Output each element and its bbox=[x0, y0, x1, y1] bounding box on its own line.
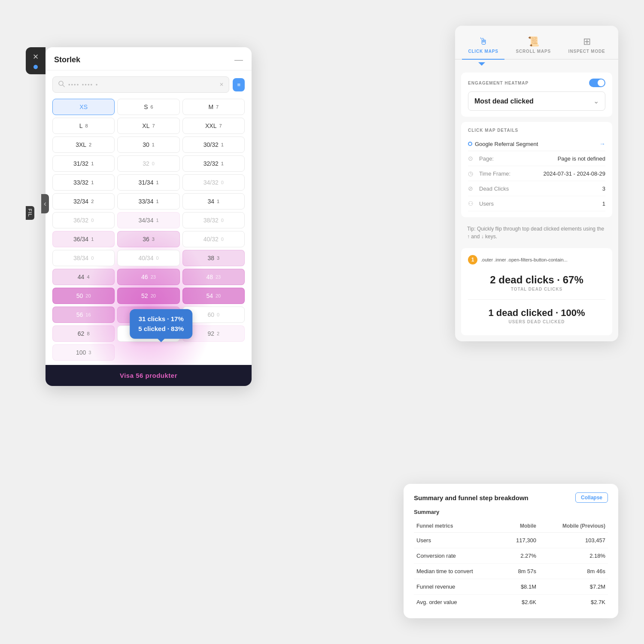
size-label: XS bbox=[79, 103, 88, 110]
size-cell[interactable]: 4623 bbox=[117, 269, 179, 285]
size-cell[interactable]: 363 bbox=[117, 231, 179, 247]
size-cell[interactable]: 30/321 bbox=[182, 137, 245, 153]
table-cell: $7.2M bbox=[539, 579, 608, 595]
size-cell[interactable]: 383 bbox=[182, 250, 245, 266]
search-row: •••• •••• • ✕ ≡ bbox=[46, 70, 252, 99]
table-row: Avg. order value$2.6K$2.7K bbox=[414, 595, 608, 610]
size-cell[interactable]: 628 bbox=[52, 325, 115, 342]
size-cell[interactable]: 4823 bbox=[182, 269, 245, 285]
size-cell[interactable]: M7 bbox=[182, 99, 245, 115]
size-cell[interactable]: 33/321 bbox=[52, 174, 115, 191]
panel-footer[interactable]: Visa 56 produkter bbox=[46, 365, 252, 386]
size-cell[interactable]: S6 bbox=[117, 99, 179, 115]
size-cell[interactable]: XS bbox=[52, 99, 115, 115]
size-count: 3 bbox=[217, 255, 219, 261]
detail-key: Users bbox=[479, 200, 602, 207]
size-label: 32/34 bbox=[73, 198, 88, 205]
size-cell[interactable]: 40/340 bbox=[117, 250, 179, 266]
dc-divider bbox=[468, 299, 605, 300]
minimize-button[interactable]: — bbox=[234, 55, 243, 65]
size-cell[interactable]: 34/341 bbox=[117, 212, 179, 228]
size-cell[interactable]: 5020 bbox=[52, 288, 115, 304]
dc-users-stat-row: 1 dead clicked · 100% USERS DEAD CLICKED bbox=[468, 303, 605, 328]
size-cell[interactable]: 341 bbox=[182, 193, 245, 210]
size-cell[interactable]: 38/340 bbox=[52, 250, 115, 266]
size-label: XL bbox=[142, 122, 149, 129]
search-clear-icon[interactable]: ✕ bbox=[219, 82, 224, 88]
side-arrow-left[interactable]: ‹ bbox=[41, 194, 49, 213]
size-cell[interactable]: 444 bbox=[52, 269, 115, 285]
detail-value: 2024-07-31 - 2024-08-29 bbox=[543, 170, 605, 177]
size-label: S bbox=[144, 103, 148, 110]
engagement-toggle[interactable] bbox=[589, 79, 605, 87]
tab-indicator bbox=[478, 62, 485, 66]
size-cell[interactable]: 34/320 bbox=[182, 174, 245, 191]
size-cell[interactable]: 1003 bbox=[52, 344, 115, 361]
size-count: 1 bbox=[156, 218, 158, 223]
size-cell[interactable]: 3XL2 bbox=[52, 137, 115, 153]
size-label: 62 bbox=[78, 330, 85, 337]
size-cell[interactable]: 320 bbox=[117, 155, 179, 172]
size-cell[interactable]: 33/341 bbox=[117, 193, 179, 210]
dc-sub-label: TOTAL DEAD CLICKS bbox=[468, 287, 605, 292]
filter-button[interactable]: ≡ bbox=[233, 78, 245, 91]
size-cell[interactable]: 5420 bbox=[182, 288, 245, 304]
bp-summary-label: Summary bbox=[414, 509, 608, 515]
size-count: 1 bbox=[152, 142, 155, 147]
detail-row: ◷ Time Frame: 2024-07-31 - 2024-08-29 bbox=[468, 166, 605, 181]
collapse-button[interactable]: Collapse bbox=[575, 492, 608, 503]
size-label: 32 bbox=[143, 160, 149, 167]
segment-dot-icon bbox=[468, 142, 472, 146]
size-count: 2 bbox=[89, 142, 91, 147]
table-cell: $2.7K bbox=[539, 595, 608, 610]
table-cell: Conversion rate bbox=[414, 548, 502, 564]
tab-scroll-maps[interactable]: 📜 SCROLL MAPS bbox=[510, 33, 557, 59]
size-count: 2 bbox=[91, 199, 94, 204]
size-count: 20 bbox=[216, 293, 221, 298]
detail-rows: ⊙ Page: Page is not defined ◷ Time Frame… bbox=[468, 151, 605, 211]
tab-inspect-mode[interactable]: ⊞ INSPECT MODE bbox=[562, 33, 611, 59]
chevron-down-icon: ⌄ bbox=[593, 97, 599, 105]
size-cell[interactable]: 32/342 bbox=[52, 193, 115, 210]
tab-click-maps[interactable]: 🖱 CLICK MAPS bbox=[462, 33, 504, 59]
size-cell[interactable]: XL7 bbox=[117, 118, 179, 134]
table-cell: 2.27% bbox=[502, 548, 539, 564]
size-cell[interactable]: 38/320 bbox=[182, 212, 245, 228]
size-count: 0 bbox=[156, 255, 158, 261]
table-row: Conversion rate2.27%2.18% bbox=[414, 548, 608, 564]
size-label: 3XL bbox=[76, 141, 86, 148]
size-cell[interactable]: XXL7 bbox=[182, 118, 245, 134]
engagement-section: ENGAGEMENT HEATMAP Most dead clicked ⌄ bbox=[461, 73, 612, 117]
size-cell[interactable]: 32/321 bbox=[182, 155, 245, 172]
table-cell: 8m 57s bbox=[502, 564, 539, 579]
size-cell[interactable]: L8 bbox=[52, 118, 115, 134]
size-cell[interactable]: 36/341 bbox=[52, 231, 115, 247]
engagement-header: ENGAGEMENT HEATMAP bbox=[468, 79, 605, 87]
dead-clicks-card: 1 .outer .inner .open-filters-button-con… bbox=[461, 248, 612, 335]
size-cell[interactable]: 31/321 bbox=[52, 155, 115, 172]
size-cell[interactable]: 40/320 bbox=[182, 231, 245, 247]
search-box[interactable]: •••• •••• • ✕ bbox=[52, 76, 229, 93]
size-cell[interactable]: 301 bbox=[117, 137, 179, 153]
size-label: L bbox=[79, 122, 83, 129]
search-icon bbox=[58, 80, 65, 89]
dc-selector: .outer .inner .open-filters-button-conta… bbox=[481, 257, 605, 262]
detail-icon: ⊙ bbox=[468, 155, 476, 162]
size-count: 1 bbox=[91, 237, 94, 242]
table-cell: Funnel revenue bbox=[414, 579, 502, 595]
size-label: 33/34 bbox=[138, 198, 153, 205]
size-label: 48 bbox=[206, 273, 213, 280]
size-cell[interactable]: 36/320 bbox=[52, 212, 115, 228]
segment-row[interactable]: Google Referral Segment → bbox=[468, 137, 605, 151]
fil-tag[interactable]: FIL bbox=[26, 206, 34, 220]
dropdown-select[interactable]: Most dead clicked ⌄ bbox=[468, 91, 605, 111]
size-cell[interactable]: 31/341 bbox=[117, 174, 179, 191]
nav-dot bbox=[33, 65, 38, 69]
size-cell[interactable]: 5220 bbox=[117, 288, 179, 304]
close-icon[interactable]: ✕ bbox=[33, 52, 39, 61]
details-label: CLICK MAP DETAILS bbox=[468, 128, 605, 133]
size-cell[interactable]: 5616 bbox=[52, 307, 115, 323]
segment-name: Google Referral Segment bbox=[475, 141, 597, 147]
engagement-label: ENGAGEMENT HEATMAP bbox=[468, 81, 529, 85]
dc-badge: 1 bbox=[468, 255, 477, 264]
